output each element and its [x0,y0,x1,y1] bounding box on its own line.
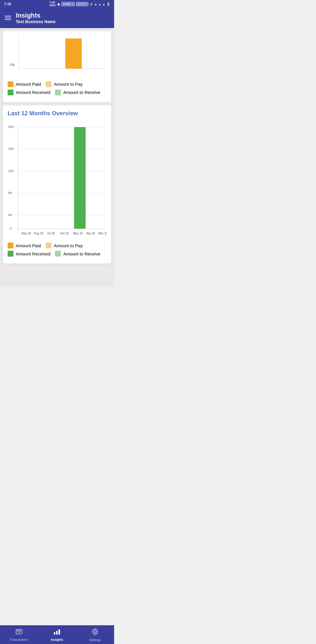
legend-item-topay: Amount to Pay [46,81,83,87]
months-legend-topay: Amount to Pay [46,243,83,248]
time-display: 7:16 [4,2,11,6]
months-legend-box-topay [46,243,51,248]
y-label-16m: 16m [8,147,14,150]
speed-display: 0.00KB/S [49,1,56,7]
top-chart-card: -20k Amount Paid Amount to Pay Amount [3,31,111,102]
legend-box-received [8,90,13,95]
y-label-4m: 4m [8,213,12,217]
months-legend-box-toreceive [55,251,61,257]
header-title-block: Insights Test Business Name [16,12,56,24]
legend-item-received: Amount Received [8,90,50,95]
y-label-12m: 12m [8,169,14,172]
y-axis-label-neg20k: -20k [9,63,15,67]
x-label-jun20: Jun 20 [60,231,69,235]
legend-box-toreceive [55,90,61,95]
business-name: Test Business Name [16,19,56,24]
x-label-aug20: Aug 20 [34,231,43,235]
page-title: Insights [16,12,56,19]
top-chart-legend: Amount Paid Amount to Pay Amount Receive… [8,79,107,98]
months-chart-legend: Amount Paid Amount to Pay Amount Receive… [8,240,107,259]
alarm-icon: ⏰ [57,3,60,6]
top-chart-container: -20k [8,36,107,75]
bluetooth-icon: ⚡ [90,3,93,6]
legend-label-received: Amount Received [16,90,50,95]
x-label-apr20: Apr 20 [86,231,95,235]
battery-icon: 🔋 [107,3,110,6]
months-legend-toreceive: Amount to Receive [55,251,100,257]
months-legend-box-paid [8,243,13,248]
months-legend-label-toreceive: Amount to Receive [63,251,100,256]
months-legend-label-topay: Amount to Pay [54,243,83,248]
x-label-may20: May 20 [73,231,83,235]
legend-box-topay [46,81,51,87]
status-bar: 7:16 0.00KB/S ⏰ VoWiFi 1 VoLTE 2 ⚡ ▲ ▲ ▲… [0,0,114,8]
months-legend-paid: Amount Paid [8,243,41,248]
months-chart-svg: 20m 16m 12m 8m 4m 0 Sep 20 [8,120,107,236]
signal2-icon: ▲ [102,3,105,6]
months-overview-card: Last 12 Months Overview 20m 16m 12m 8m 4… [3,105,111,264]
wifi-icon: ▲ [94,3,97,6]
months-legend-label-paid: Amount Paid [16,243,41,248]
months-chart-container: 20m 16m 12m 8m 4m 0 Sep 20 [8,120,107,237]
months-legend-received: Amount Received [8,251,50,257]
legend-box-paid [8,81,13,87]
months-card-title: Last 12 Months Overview [8,110,107,117]
x-label-sep20: Sep 20 [21,231,31,235]
top-chart-svg: -20k [8,36,107,74]
app-header: Insights Test Business Name [0,8,114,28]
months-legend-box-received [8,251,13,257]
y-label-0: 0 [10,227,12,230]
orange-bar [65,39,82,69]
x-label-mar20: Mar 20 [98,231,107,235]
legend-item-toreceive: Amount to Receive [55,90,100,95]
legend-item-paid: Amount Paid [8,81,41,87]
y-label-20m: 20m [8,125,14,128]
x-label-jul20: Jul 20 [47,231,55,235]
volte2-badge: VoLTE 2 [76,2,89,6]
legend-label-topay: Amount to Pay [54,82,83,87]
scroll-content: -20k Amount Paid Amount to Pay Amount [0,28,114,287]
legend-label-toreceive: Amount to Receive [63,90,100,95]
may20-bar [74,127,85,229]
vowifi1-badge: VoWiFi 1 [61,2,75,6]
legend-label-paid: Amount Paid [16,82,41,87]
status-icons: 0.00KB/S ⏰ VoWiFi 1 VoLTE 2 ⚡ ▲ ▲ ▲ 🔋 [49,1,110,7]
months-legend-label-received: Amount Received [16,251,50,256]
menu-button[interactable] [5,16,11,20]
y-label-8m: 8m [8,191,12,194]
signal1-icon: ▲ [98,3,101,6]
